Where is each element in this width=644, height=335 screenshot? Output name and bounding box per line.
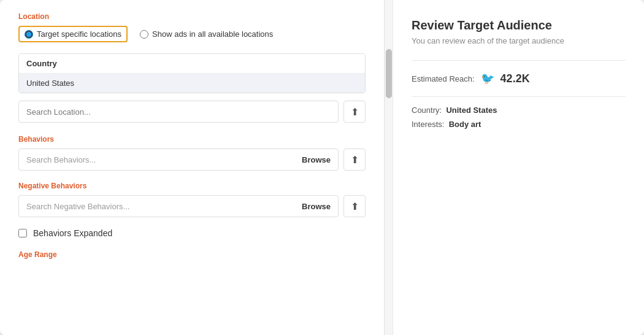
divider-middle <box>412 96 626 97</box>
negative-behaviors-placeholder: Search Negative Behaviors... <box>26 202 129 211</box>
negative-behaviors-input-row: Search Negative Behaviors... Browse ⬆ <box>18 195 366 217</box>
search-location-input[interactable] <box>18 101 339 123</box>
interests-detail-value: Body art <box>449 120 481 129</box>
twitter-icon: 🐦 <box>481 72 494 85</box>
estimated-reach-value: 42.2K <box>500 72 530 85</box>
search-location-row: ⬆ <box>18 101 366 123</box>
behaviors-section: Behaviors Search Behaviors... Browse ⬆ <box>18 135 366 171</box>
interests-detail-label: Interests: <box>412 120 444 129</box>
review-panel: Review Target Audience You can review ea… <box>393 0 644 335</box>
behaviors-input-row: Search Behaviors... Browse ⬆ <box>18 148 366 171</box>
behaviors-expanded-row: Behaviors Expanded <box>18 228 366 238</box>
negative-upload-icon: ⬆ <box>351 201 359 212</box>
country-table: Country United States <box>18 53 366 93</box>
location-label: Location <box>18 12 366 21</box>
target-specific-label: Target specific locations <box>37 29 121 39</box>
upload-icon: ⬆ <box>351 106 359 118</box>
behaviors-placeholder: Search Behaviors... <box>26 155 96 164</box>
behaviors-browse-button[interactable]: Browse <box>302 155 331 164</box>
divider-top <box>412 60 626 61</box>
target-specific-radio[interactable] <box>25 30 33 39</box>
scrollbar-track[interactable] <box>384 0 393 335</box>
negative-behaviors-browse-button[interactable]: Browse <box>302 202 331 211</box>
negative-behaviors-label: Negative Behaviors <box>18 182 366 190</box>
show-all-label: Show ads in all available locations <box>152 29 273 39</box>
review-subtitle: You can review each of the target audien… <box>412 36 626 45</box>
scrollbar-thumb[interactable] <box>386 49 392 98</box>
review-title: Review Target Audience <box>412 18 626 33</box>
behaviors-upload-icon: ⬆ <box>351 154 359 166</box>
age-range-label: Age Range <box>18 250 366 259</box>
country-table-header: Country <box>19 54 365 74</box>
negative-behaviors-search-field[interactable]: Search Negative Behaviors... Browse <box>18 195 339 217</box>
behaviors-label: Behaviors <box>18 135 366 144</box>
country-table-row[interactable]: United States <box>19 74 365 93</box>
location-radio-group: Target specific locations Show ads in al… <box>18 26 366 42</box>
behaviors-search-field[interactable]: Search Behaviors... Browse <box>18 148 339 171</box>
country-detail-label: Country: <box>412 106 442 115</box>
country-detail-value: United States <box>446 106 497 115</box>
estimated-reach-label: Estimated Reach: <box>412 74 475 83</box>
negative-behaviors-upload-button[interactable]: ⬆ <box>343 195 366 217</box>
behaviors-expanded-checkbox[interactable] <box>18 229 27 237</box>
negative-behaviors-section: Negative Behaviors Search Negative Behav… <box>18 182 366 217</box>
estimated-reach-row: Estimated Reach: 🐦 42.2K <box>412 72 626 85</box>
behaviors-upload-button[interactable]: ⬆ <box>343 148 366 171</box>
interests-detail-row: Interests: Body art <box>412 120 626 129</box>
behaviors-expanded-label: Behaviors Expanded <box>33 228 112 238</box>
target-specific-option[interactable]: Target specific locations <box>18 26 128 42</box>
show-all-radio[interactable] <box>140 30 148 39</box>
show-all-option[interactable]: Show ads in all available locations <box>140 29 273 39</box>
location-upload-button[interactable]: ⬆ <box>343 101 366 123</box>
country-detail-row: Country: United States <box>412 106 626 115</box>
